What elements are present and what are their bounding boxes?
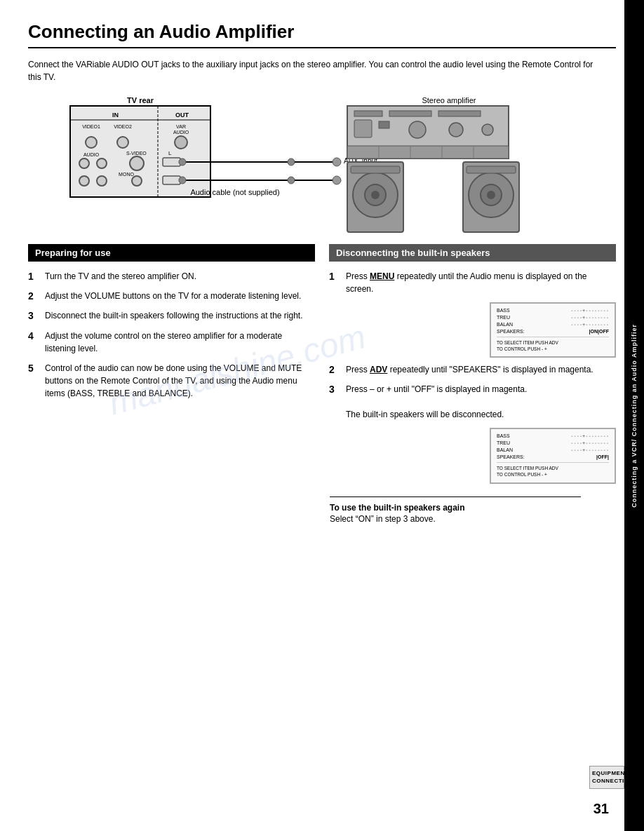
screen-row-balance: BALAN ----+-------- [497,322,609,327]
page-number: 31 [593,801,609,817]
svg-rect-44 [347,146,509,158]
screen2-bass-value: ----+-------- [570,433,609,439]
screen-treble-label: TREU [497,315,510,320]
svg-text:MONO: MONO [119,172,134,177]
svg-text:OUT: OUT [175,112,189,119]
step-5-num: 5 [28,362,41,374]
stereo-amp-label: Stereo amplifier [422,96,476,104]
screen2-bass-label: BASS [497,433,510,439]
right-tab-text: Connecting a VCR/ Connecting an Audio Am… [631,324,638,508]
svg-point-14 [97,158,107,168]
audio-cable-label: Audio cable (not supplied) [190,188,279,196]
step-1-text: Turn the TV and the stereo amplifier ON. [45,270,315,283]
svg-text:IN: IN [112,112,119,119]
equipment-tab-line2: CONNECTIONS [592,778,622,785]
svg-point-9 [86,137,97,148]
screen-2-footer-line1: TO SELECT ITEM PUSH ADV [497,465,609,471]
screen2-balance-value: ----+-------- [570,447,609,453]
svg-point-16 [130,156,144,170]
svg-point-43 [482,124,493,135]
screen-row-bass: BASS ----+-------- [497,308,609,313]
svg-rect-38 [438,111,481,116]
svg-point-57 [487,191,495,199]
step-3-text: Disconnect the built-in speakers followi… [45,309,315,322]
preparing-step-4: 4 Adjust the volume control on the stere… [28,330,315,355]
screen2-row-treble: TREU ----+-------- [497,440,609,446]
svg-rect-37 [389,111,431,116]
equipment-tab-line1: EQUIPMENT [592,770,622,777]
step-2-text: Adjust the VOLUME buttons on the TV for … [45,290,315,302]
svg-point-27 [179,158,186,165]
page: Connecting a VCR/ Connecting an Audio Am… [0,0,644,831]
disc-step-1-text: Press MENU repeatedly until the Audio me… [346,270,616,295]
step-3-num: 3 [28,309,41,322]
svg-point-23 [97,176,107,186]
svg-rect-36 [354,111,382,116]
preparing-step-2: 2 Adjust the VOLUME buttons on the TV fo… [28,290,315,302]
disc-step-2-num: 2 [329,363,342,376]
step-4-num: 4 [28,330,41,342]
disconnecting-section: Disconnecting the built-in speakers 1 Pr… [329,244,616,489]
menu-bold: MENU [370,271,394,281]
disc-step-2-text: Press ADV repeatedly until "SPEAKERS" is… [346,363,616,376]
svg-point-30 [288,177,295,184]
screen-mockup-1: BASS ----+-------- TREU ----+-------- BA… [490,302,616,358]
preparing-section: Preparing for use 1 Turn the TV and the … [28,244,315,489]
preparing-header: Preparing for use [28,244,315,262]
svg-text:S-VIDEO: S-VIDEO [126,151,147,156]
screen-treble-value: ----+-------- [570,315,609,320]
screen-mockup-2: BASS ----+-------- TREU ----+-------- BA… [490,428,616,483]
adv-bold: ADV [370,365,387,374]
svg-text:L: L [168,150,172,156]
diagram-svg: TV rear IN OUT VIDEO1 VIDEO2 VAR AUDIO A… [28,93,617,234]
two-column-layout: Preparing for use 1 Turn the TV and the … [28,244,616,489]
bottom-note-area: To use the built-in speakers again Selec… [330,496,581,524]
disconnecting-step-3: 3 Press – or + until "OFF" is displayed … [329,383,616,421]
disc-step-3-text: Press – or + until "OFF" is displayed in… [346,383,616,421]
svg-point-41 [409,121,426,138]
screen-2-footer-line2: TO CONTROL PUSH - + [497,471,609,478]
screen-1-footer-line2: TO CONTROL PUSH - + [497,346,609,352]
diagram-section: TV rear IN OUT VIDEO1 VIDEO2 VAR AUDIO A… [28,93,617,234]
svg-rect-40 [379,121,389,128]
disconnecting-step-1: 1 Press MENU repeatedly until the Audio … [329,270,616,295]
intro-text: Connect the VARiable AUDIO OUT jacks to … [28,58,603,83]
svg-point-29 [288,158,295,165]
screen2-row-balance: BALAN ----+-------- [497,447,609,453]
svg-point-13 [79,158,89,168]
svg-text:VAR: VAR [176,124,186,129]
svg-rect-58 [467,166,516,173]
screen-speakers-value: |ON|OFF [589,329,609,334]
bottom-note-text: Select “ON” in step 3 above. [330,514,581,524]
screen-balance-value: ----+-------- [570,322,609,327]
svg-text:VIDEO2: VIDEO2 [114,124,132,129]
disconnecting-step-2: 2 Press ADV repeatedly until "SPEAKERS" … [329,363,616,376]
preparing-step-1: 1 Turn the TV and the stereo amplifier O… [28,270,315,283]
screen-row-speakers: SPEAKERS: |ON|OFF [497,329,609,334]
svg-text:AUDIO: AUDIO [173,130,189,135]
screen2-treble-value: ----+-------- [570,440,609,446]
disconnecting-header: Disconnecting the built-in speakers [329,244,616,262]
screen-row-treble: TREU ----+-------- [497,315,609,320]
bottom-note: To use the built-in speakers again Selec… [330,496,581,524]
equipment-tab: EQUIPMENT CONNECTIONS [589,766,624,789]
step-2-num: 2 [28,290,41,302]
svg-point-42 [449,123,463,137]
screen2-speakers-label: SPEAKERS: [497,454,525,459]
svg-text:VIDEO1: VIDEO1 [82,124,100,129]
svg-point-24 [132,176,142,186]
svg-rect-53 [351,166,400,173]
screen2-row-bass: BASS ----+-------- [497,433,609,439]
disc-step-3-num: 3 [329,383,342,396]
screen2-treble-label: TREU [497,440,510,446]
svg-rect-19 [163,158,180,166]
svg-point-33 [333,158,341,166]
step-5-text: Control of the audio can now be done usi… [45,362,315,400]
svg-rect-20 [163,176,180,184]
disc-step-1-num: 1 [329,270,342,283]
svg-point-52 [371,191,380,199]
page-title: Connecting an Audio Amplifier [28,21,616,48]
screen-2-footer: TO SELECT ITEM PUSH ADV TO CONTROL PUSH … [497,462,609,478]
svg-point-11 [175,136,187,149]
preparing-step-3: 3 Disconnect the built-in speakers follo… [28,309,315,322]
